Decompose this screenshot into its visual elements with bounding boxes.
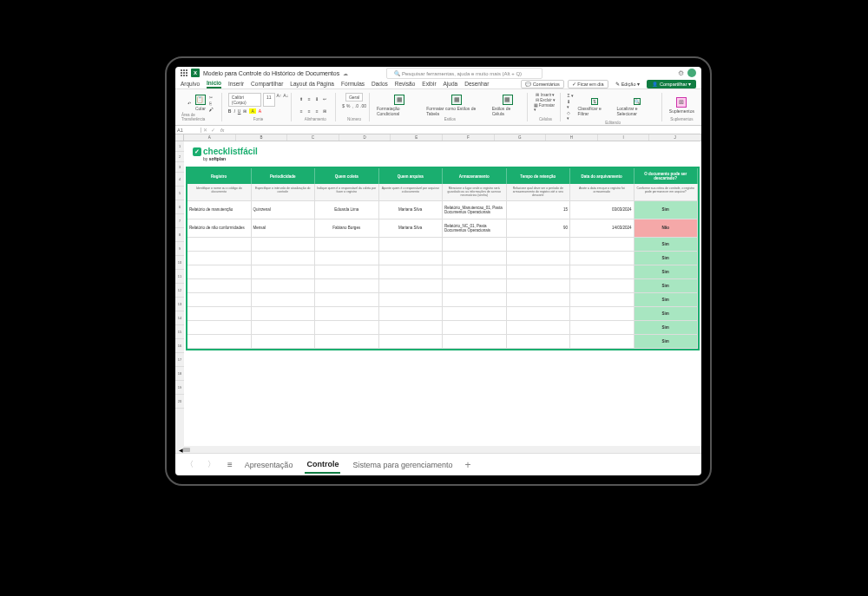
menu-ajuda[interactable]: Ajuda bbox=[444, 81, 458, 87]
menu-dados[interactable]: Dados bbox=[372, 81, 388, 87]
user-avatar[interactable] bbox=[687, 69, 696, 77]
font-name-select[interactable]: Calibri (Corpo) bbox=[228, 93, 261, 107]
merge-button[interactable]: ⊞ bbox=[321, 108, 328, 115]
table-row[interactable]: Sim bbox=[187, 238, 698, 252]
menu-compartilhar[interactable]: Compartilhar bbox=[251, 81, 283, 87]
insert-cells-button[interactable]: ⊞ Inserir ▾ bbox=[536, 93, 555, 97]
currency-button[interactable]: $ bbox=[342, 103, 345, 108]
row-header[interactable]: 1 bbox=[175, 141, 184, 152]
fill-button[interactable]: ⬇ ▾ bbox=[567, 99, 574, 109]
menu-inicio[interactable]: Início bbox=[207, 80, 221, 88]
col-header[interactable]: I bbox=[598, 134, 650, 141]
table-row[interactable]: Relatório de não conformidades Mensal Fa… bbox=[187, 219, 698, 238]
row-header[interactable]: 5 bbox=[175, 187, 184, 200]
row-header[interactable]: 20 bbox=[175, 395, 184, 409]
align-right-button[interactable]: ≡ bbox=[313, 108, 320, 115]
table-row[interactable]: Sim bbox=[187, 265, 698, 279]
table-row[interactable]: Sim bbox=[187, 335, 698, 349]
cloud-saved-icon[interactable]: ☁ bbox=[343, 70, 348, 76]
col-header[interactable]: H bbox=[546, 134, 598, 141]
conditional-format-button[interactable]: ▦Formatação Condicional bbox=[376, 94, 423, 117]
wrap-text-button[interactable]: ↩ bbox=[321, 95, 328, 102]
row-header[interactable]: 7 bbox=[175, 214, 184, 228]
format-painter-button[interactable]: 🖌 bbox=[209, 107, 214, 112]
paste-button[interactable]: 📋Colar bbox=[194, 94, 207, 112]
comma-button[interactable]: , bbox=[352, 103, 352, 108]
row-header[interactable]: 6 bbox=[175, 200, 184, 214]
cell-styles-button[interactable]: ▦Estilos de Célula bbox=[491, 94, 524, 117]
row-header[interactable]: 9 bbox=[175, 242, 184, 256]
name-box[interactable]: A1 bbox=[175, 128, 201, 133]
addins-button[interactable]: ⊞Suplementos bbox=[668, 96, 695, 115]
find-select-button[interactable]: 🔍Localizar e Selecionar bbox=[615, 97, 658, 117]
row-header[interactable]: 10 bbox=[175, 256, 184, 270]
table-row[interactable]: Sim bbox=[187, 279, 698, 293]
col-header[interactable]: F bbox=[443, 134, 495, 141]
bold-button[interactable]: B bbox=[228, 108, 232, 114]
underline-button[interactable]: U bbox=[238, 108, 241, 114]
sheet-content[interactable]: ✓ checklistfácil by softplan Registro Pe… bbox=[184, 141, 701, 446]
tab-controle[interactable]: Controle bbox=[305, 456, 340, 474]
row-header[interactable]: 12 bbox=[175, 284, 184, 298]
add-sheet-button[interactable]: + bbox=[464, 459, 470, 471]
catch-up-button[interactable]: ✓ Ficar em dia bbox=[568, 80, 608, 88]
tab-sistema[interactable]: Sistema para gerenciamento bbox=[351, 457, 454, 473]
border-button[interactable]: ⊞ bbox=[243, 108, 247, 114]
row-header[interactable]: 13 bbox=[175, 298, 184, 311]
comments-button[interactable]: 💬 Comentários bbox=[521, 80, 564, 88]
settings-icon[interactable]: ⚙ bbox=[678, 69, 684, 77]
scroll-thumb[interactable] bbox=[183, 448, 190, 452]
row-header[interactable]: 11 bbox=[175, 270, 184, 284]
row-header[interactable]: 16 bbox=[175, 339, 184, 353]
font-color-button[interactable]: A bbox=[259, 108, 261, 114]
row-header[interactable]: 19 bbox=[175, 381, 184, 395]
menu-layout[interactable]: Layout da Página bbox=[290, 81, 334, 87]
row-header[interactable]: 15 bbox=[175, 325, 184, 339]
row-header[interactable]: 3 bbox=[175, 162, 184, 173]
col-header[interactable]: D bbox=[339, 134, 391, 141]
row-header[interactable]: 8 bbox=[175, 228, 184, 242]
cancel-formula-icon[interactable]: ✕ bbox=[201, 128, 209, 133]
tab-nav-next[interactable]: 〉 bbox=[206, 459, 217, 470]
align-left-button[interactable]: ≡ bbox=[298, 108, 305, 115]
menu-exibir[interactable]: Exibir bbox=[422, 81, 436, 87]
horizontal-scrollbar[interactable]: ◀ bbox=[175, 446, 701, 453]
col-header[interactable]: J bbox=[649, 134, 701, 141]
share-button[interactable]: 👤 Compartilhar ▾ bbox=[647, 80, 696, 88]
col-header[interactable]: C bbox=[287, 134, 339, 141]
menu-arquivo[interactable]: Arquivo bbox=[181, 81, 200, 87]
table-row[interactable]: Sim bbox=[187, 252, 698, 265]
app-launcher-icon[interactable] bbox=[181, 69, 187, 76]
row-header[interactable]: 17 bbox=[175, 353, 184, 367]
col-header[interactable]: G bbox=[495, 134, 547, 141]
align-middle-button[interactable]: ≡ bbox=[306, 95, 312, 102]
tab-apresentacao[interactable]: Apresentação bbox=[243, 457, 295, 473]
menu-formulas[interactable]: Fórmulas bbox=[341, 81, 365, 87]
search-input[interactable]: 🔍 Pesquisar ferramentas, ajuda e muito m… bbox=[386, 68, 542, 79]
menu-revisao[interactable]: Revisão bbox=[395, 81, 415, 87]
row-header[interactable]: 18 bbox=[175, 367, 184, 381]
format-table-button[interactable]: ▦Formatar como Estilos de Tabela bbox=[425, 94, 488, 117]
copy-button[interactable]: ⎘ bbox=[209, 101, 214, 106]
row-header[interactable]: 14 bbox=[175, 311, 184, 325]
fill-color-button[interactable]: A bbox=[249, 108, 255, 114]
col-header[interactable]: E bbox=[391, 134, 443, 141]
percent-button[interactable]: % bbox=[346, 103, 350, 108]
editing-mode-button[interactable]: ✎ Edição ▾ bbox=[612, 81, 644, 88]
fx-icon[interactable]: fx bbox=[217, 128, 227, 133]
undo-button[interactable]: ↶ bbox=[187, 100, 192, 107]
font-size-select[interactable]: 11 bbox=[263, 93, 275, 107]
increase-font-button[interactable]: A↑ bbox=[277, 93, 282, 107]
tab-nav-prev[interactable]: 〈 bbox=[184, 459, 195, 470]
decrease-decimal-button[interactable]: .00 bbox=[360, 103, 366, 108]
sort-filter-button[interactable]: ⇅Classificar e Filtrar bbox=[576, 97, 613, 117]
row-header[interactable]: 4 bbox=[175, 173, 184, 187]
number-format-select[interactable]: Geral bbox=[345, 93, 363, 102]
align-bottom-button[interactable]: ⬇ bbox=[313, 95, 320, 102]
col-header[interactable]: B bbox=[236, 134, 288, 141]
all-sheets-icon[interactable]: ≡ bbox=[227, 460, 233, 469]
increase-decimal-button[interactable]: .0 bbox=[355, 103, 358, 108]
menu-inserir[interactable]: Inserir bbox=[228, 81, 244, 87]
accept-formula-icon[interactable]: ✓ bbox=[209, 128, 217, 133]
italic-button[interactable]: I bbox=[233, 108, 234, 114]
